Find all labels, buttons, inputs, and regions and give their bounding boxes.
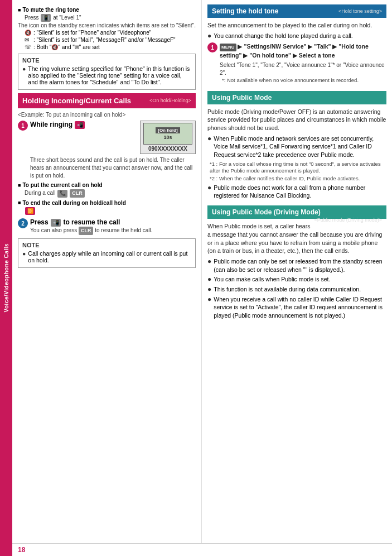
example-text: <Example: To put an incoming call on hol…: [18, 112, 196, 118]
public-mode-footnote2: *2 : When the caller notifies the caller…: [210, 175, 386, 182]
hold-tone-footnote: *: Not available when no voice announcem…: [222, 77, 386, 84]
icon-silent-both: ☏ : Both "🔇" and "✉" are set: [25, 44, 196, 50]
sidebar: Voice/Videophone Calls: [0, 0, 12, 556]
mute-note-text: ● The ring volume setting specified for …: [22, 65, 191, 85]
page-footer: 18: [12, 543, 392, 556]
two-col-layout: To mute the ring tone Press 📳 at "Level …: [12, 0, 392, 543]
main-content: To mute the ring tone Press 📳 at "Level …: [12, 0, 392, 556]
public-mode-section: Using Public Mode Public mode (Driving m…: [207, 91, 386, 200]
menu-icon: MENU: [220, 44, 236, 51]
note-label: NOTE: [22, 57, 191, 64]
public-mode-driving-header-tag: <Public mode (Driving mode)>: [314, 217, 382, 223]
at-level-label: at "Level 1": [53, 15, 81, 21]
left-column: To mute the ring tone Press 📳 at "Level …: [12, 0, 202, 543]
hold-tone-body: Set the announcement to be played to the…: [207, 21, 386, 30]
hold-tone-header-tag: <Hold tone setting>: [338, 8, 382, 14]
phone-number: 090XXXXXXXX: [148, 146, 187, 152]
hold-phone-icon: 📲: [75, 121, 85, 129]
step1-heading: [On hold] 10s 090XXXXXXXX While ringing …: [30, 121, 196, 156]
step2-heading: Press 📲 to resume the call: [30, 218, 196, 227]
mute-note-box: NOTE ● The ring volume setting specified…: [18, 54, 196, 90]
public-mode-driving-section: Using Public Mode (Driving Mode) <Public…: [207, 205, 386, 320]
public-mode-bullet2: ● Public mode does not work for a call f…: [207, 184, 386, 200]
public-mode-driving-bullet4: ● When you receive a call with no caller…: [207, 295, 386, 320]
current-call-heading: To put the current call on hold: [18, 182, 196, 188]
holding-note-text: ● Call charges apply while an incoming c…: [22, 250, 191, 263]
icon-silent-mail: ✉ : "Silent" is set for "Mail", "Message…: [25, 37, 196, 43]
clr-button: CLR: [70, 189, 85, 198]
step2-content: Press 📲 to resume the call You can also …: [30, 218, 196, 235]
hold-tone-step1-text: MENU ▶ "Settings/NW Service" ▶ "Talk" ▶ …: [220, 42, 386, 59]
press-label: Press: [25, 15, 39, 21]
sidebar-label: Voice/Videophone Calls: [3, 243, 9, 312]
public-mode-body: Public mode (Driving mode/Power OFF) is …: [207, 108, 386, 132]
phone-display-box: [On hold] 10s 090XXXXXXXX: [140, 121, 196, 154]
resume-phone-icon: 📲: [51, 219, 61, 227]
call-phone-icon: 📞: [57, 190, 67, 198]
silent-both-icon: ☏: [25, 44, 33, 50]
public-mode-driving-bullet1: ● Public mode can only be set or release…: [207, 257, 386, 274]
hold-tone-bullet1: ● You cannot change the hold tone played…: [207, 32, 386, 40]
right-column: Setting the hold tone <Hold tone setting…: [202, 0, 392, 543]
public-mode-bullet1: ● When Public mode and network services …: [207, 135, 386, 159]
clr-button-2: CLR: [79, 227, 94, 235]
holding-note-box: NOTE ● Call charges apply while an incom…: [18, 238, 196, 268]
phone-screen: [On hold] 10s: [143, 123, 192, 145]
page-number: 18: [18, 546, 25, 554]
step1-content: [On hold] 10s 090XXXXXXXX While ringing …: [30, 121, 196, 180]
mute-section: To mute the ring tone Press 📳 at "Level …: [18, 7, 196, 90]
public-mode-driving-bullet2: ● You can make calls when Public mode is…: [207, 275, 386, 284]
end-phone-icon: 📴: [25, 207, 35, 215]
public-mode-footnote1: *1 : For a voice call whose ring time is…: [210, 161, 386, 175]
hold-tone-step1: 1 MENU ▶ "Settings/NW Service" ▶ "Talk" …: [207, 42, 386, 85]
holding-section: Holding Incoming/Current Calls <On hold/…: [18, 93, 196, 267]
current-call-body: During a call 📞 CLR: [25, 189, 196, 198]
hold-tone-step1-detail: Select "Tone 1", "Tone 2", "Voice announ…: [220, 61, 386, 77]
public-mode-driving-body: When Public mode is set, a caller hears …: [207, 222, 386, 255]
hold-tone-header: Setting the hold tone <Hold tone setting…: [207, 4, 386, 18]
public-mode-driving-bullet3: ● This function is not available during …: [207, 285, 386, 294]
step1-body: Three short beeps sound and the call is …: [30, 156, 196, 180]
silent-mail-icon: ✉: [25, 37, 33, 43]
holding-header: Holding Incoming/Current Calls <On hold/…: [18, 93, 196, 108]
step1-circle: 1: [18, 121, 28, 131]
mute-body: The icon on the standby screen indicates…: [18, 22, 196, 30]
end-call-heading: To end the call during on hold/call hold: [18, 200, 196, 206]
holding-header-tag: <On hold/Holding>: [149, 98, 191, 103]
public-mode-driving-header: Using Public Mode (Driving Mode) <Public…: [207, 205, 386, 219]
public-mode-header: Using Public Mode: [207, 91, 386, 104]
hold-tone-step1-circle: 1: [207, 42, 217, 52]
timer-text: 10s: [163, 135, 172, 140]
icon-silent-phone: 🔇 : "Silent" is set for "Phone" and/or "…: [25, 30, 196, 36]
end-call-arrow: 📴: [25, 207, 196, 215]
step2-circle: 2: [18, 218, 28, 228]
mute-step1: Press 📳 at "Level 1": [25, 14, 196, 22]
on-hold-badge: [On hold]: [156, 127, 180, 133]
mute-heading: To mute the ring tone: [18, 7, 196, 13]
hold-tone-step1-content: MENU ▶ "Settings/NW Service" ▶ "Talk" ▶ …: [220, 42, 386, 85]
holding-note-label: NOTE: [22, 242, 191, 248]
vibrate-icon: 📳: [41, 14, 51, 22]
silent-phone-icon: 🔇: [25, 30, 33, 36]
holding-step1: 1 [On hold] 10s 090XXXXXXXX: [18, 121, 196, 180]
step2-body: You can also press CLR to resume the hel…: [30, 227, 196, 235]
hold-tone-section: Setting the hold tone <Hold tone setting…: [207, 4, 386, 85]
holding-step2: 2 Press 📲 to resume the call You can als…: [18, 218, 196, 235]
